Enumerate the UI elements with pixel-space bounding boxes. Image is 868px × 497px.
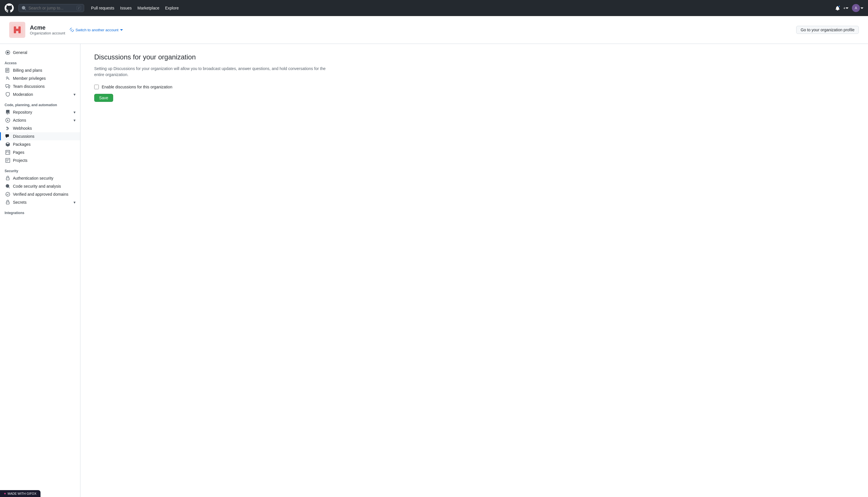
sidebar-item-packages[interactable]: Packages	[0, 140, 80, 148]
switch-icon	[70, 28, 74, 32]
sidebar-item-label: Discussions	[13, 134, 35, 139]
avatar: A	[852, 4, 860, 12]
billing-icon	[5, 68, 10, 73]
user-menu-button[interactable]: A	[852, 4, 864, 12]
sidebar-item-moderation[interactable]: Moderation ▾	[0, 90, 80, 98]
sidebar-item-billing[interactable]: Billing and plans	[0, 66, 80, 74]
sidebar-section-code: Code, planning, and automation	[0, 101, 80, 108]
projects-icon	[5, 158, 10, 163]
pages-icon	[5, 150, 10, 155]
secrets-icon	[5, 200, 10, 204]
actions-icon	[5, 118, 10, 123]
packages-icon	[5, 142, 10, 147]
sidebar-item-label: Billing and plans	[13, 68, 42, 73]
webhooks-icon	[5, 126, 10, 130]
nav-marketplace[interactable]: Marketplace	[137, 6, 159, 10]
org-info: Acme Organization account Switch to anot…	[9, 22, 123, 38]
gifox-badge: ♥ MADE WITH GIFOX	[0, 490, 41, 497]
search-input[interactable]	[28, 6, 74, 10]
sidebar: General Access Billing and plans Member …	[0, 44, 80, 497]
sidebar-item-secrets[interactable]: Secrets ▾	[0, 198, 80, 206]
sidebar-section-security: Security	[0, 167, 80, 174]
org-header: Acme Organization account Switch to anot…	[0, 16, 868, 44]
sidebar-item-member-privileges[interactable]: Member privileges	[0, 74, 80, 82]
sidebar-item-label: Secrets	[13, 200, 26, 204]
page-description: Setting up Discussions for your organiza…	[94, 66, 330, 78]
notifications-button[interactable]	[835, 6, 840, 10]
codesecurity-icon	[5, 184, 10, 188]
enable-discussions-label[interactable]: Enable discussions for this organization	[102, 85, 173, 89]
comment-icon	[5, 84, 10, 89]
topnav: / Pull requests Issues Marketplace Explo…	[0, 0, 868, 16]
enable-discussions-row: Enable discussions for this organization	[94, 85, 854, 89]
sidebar-item-general[interactable]: General	[0, 48, 80, 57]
org-profile-button[interactable]: Go to your organization profile	[796, 26, 859, 34]
repo-icon	[5, 110, 10, 114]
gear-icon	[5, 50, 10, 55]
topnav-right: + A	[835, 4, 864, 12]
repo-expand-icon: ▾	[73, 110, 75, 114]
sidebar-item-label: Pages	[13, 150, 24, 155]
add-button[interactable]: +	[843, 6, 849, 10]
page-title: Discussions for your organization	[94, 53, 854, 61]
sidebar-item-label: Packages	[13, 142, 30, 147]
sidebar-section-integrations: Integrations	[0, 209, 80, 216]
people-icon	[5, 76, 10, 81]
sidebar-item-label: Projects	[13, 158, 28, 163]
sidebar-item-label: Authentication security	[13, 176, 53, 181]
org-name-group: Acme Organization account	[30, 24, 65, 35]
sidebar-item-auth-security[interactable]: Authentication security	[0, 174, 80, 182]
switch-chevron-icon	[120, 28, 123, 31]
secrets-expand-icon: ▾	[73, 200, 75, 204]
org-avatar-icon	[12, 24, 23, 36]
sidebar-item-label: Moderation	[13, 92, 33, 97]
sidebar-item-webhooks[interactable]: Webhooks	[0, 124, 80, 132]
sidebar-item-repository[interactable]: Repository ▾	[0, 108, 80, 116]
main-panel: Discussions for your organization Settin…	[80, 44, 868, 497]
lock-icon	[5, 176, 10, 181]
nav-explore[interactable]: Explore	[165, 6, 179, 10]
sidebar-item-code-security[interactable]: Code security and analysis	[0, 182, 80, 190]
shield-icon	[5, 92, 10, 97]
verified-icon	[5, 192, 10, 197]
user-chevron-icon	[860, 6, 864, 10]
sidebar-item-label: Verified and approved domains	[13, 192, 68, 197]
gifox-label: MADE WITH GIFOX	[8, 492, 37, 495]
discussions-icon	[5, 134, 10, 139]
nav-pull-requests[interactable]: Pull requests	[91, 6, 114, 10]
enable-discussions-checkbox[interactable]	[94, 85, 99, 89]
sidebar-item-label: Code security and analysis	[13, 184, 61, 188]
sidebar-section-access: Access	[0, 59, 80, 66]
org-avatar	[9, 22, 25, 38]
dropdown-icon	[845, 6, 849, 10]
sidebar-item-actions[interactable]: Actions ▾	[0, 116, 80, 124]
moderation-expand-icon: ▾	[73, 92, 75, 97]
org-type: Organization account	[30, 31, 65, 35]
sidebar-item-label: Member privileges	[13, 76, 46, 81]
org-name: Acme	[30, 24, 65, 31]
save-button[interactable]: Save	[94, 94, 113, 102]
sidebar-item-label: Repository	[13, 110, 32, 114]
search-box[interactable]: /	[18, 4, 84, 12]
sidebar-item-team-discussions[interactable]: Team discussions	[0, 82, 80, 90]
svg-rect-3	[14, 29, 21, 31]
sidebar-item-label: Actions	[13, 118, 26, 123]
switch-account-link[interactable]: Switch to another account	[70, 28, 123, 32]
sidebar-item-label: Team discussions	[13, 84, 45, 89]
topnav-links: Pull requests Issues Marketplace Explore	[91, 6, 179, 10]
nav-issues[interactable]: Issues	[120, 6, 132, 10]
sidebar-item-pages[interactable]: Pages	[0, 148, 80, 156]
sidebar-item-verified-domains[interactable]: Verified and approved domains	[0, 190, 80, 198]
notification-dot	[838, 5, 840, 8]
sidebar-item-label: General	[13, 50, 27, 55]
sidebar-item-label: Webhooks	[13, 126, 32, 130]
sidebar-item-discussions[interactable]: Discussions	[0, 132, 80, 140]
sidebar-item-projects[interactable]: Projects	[0, 156, 80, 165]
content-area: General Access Billing and plans Member …	[0, 44, 868, 497]
gifox-heart: ♥	[4, 492, 6, 495]
search-slash: /	[77, 6, 81, 10]
actions-expand-icon: ▾	[73, 118, 75, 123]
github-logo[interactable]	[4, 3, 14, 13]
search-icon	[22, 6, 26, 10]
page-wrapper: Acme Organization account Switch to anot…	[0, 0, 868, 497]
